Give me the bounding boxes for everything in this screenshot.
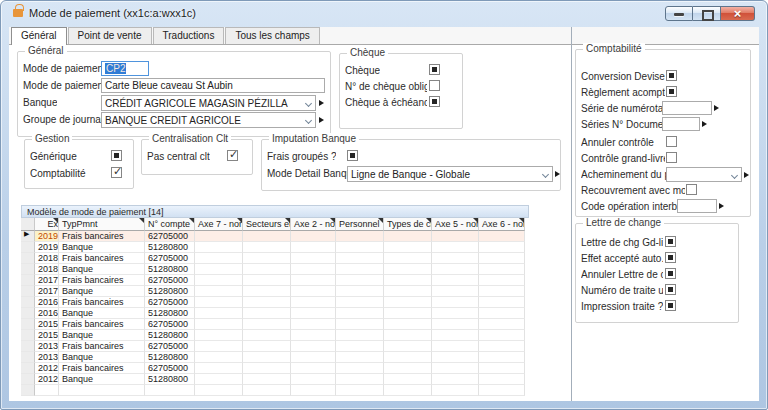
payment-code-input[interactable]: CP2 — [101, 61, 149, 76]
controle-grand-livre-checkbox[interactable] — [666, 152, 677, 163]
recouvrement-checkbox[interactable] — [686, 184, 697, 195]
row-marker[interactable] — [21, 319, 35, 330]
numero-traite-checkbox[interactable] — [665, 284, 676, 295]
table-row[interactable]: 2019Frais bancaires62705000 — [21, 231, 529, 242]
table-row[interactable] — [21, 385, 529, 396]
row-marker[interactable] — [21, 341, 35, 352]
conversion-devise-label: Conversion Devise — [581, 71, 665, 82]
maximize-button[interactable] — [693, 6, 721, 21]
row-marker[interactable] — [21, 297, 35, 308]
series-doc-goto-arrow-icon[interactable] — [702, 121, 707, 127]
table-cell — [291, 374, 336, 385]
row-marker[interactable] — [21, 253, 35, 264]
bank-goto-arrow-icon[interactable] — [319, 100, 324, 106]
acheminement-select[interactable] — [666, 167, 742, 182]
table-row[interactable]: 2015Banque51280800 — [21, 330, 529, 341]
annuler-controle-checkbox[interactable] — [666, 136, 677, 147]
chevron-down-icon — [731, 172, 738, 179]
table-cell: Banque — [59, 286, 145, 297]
close-button[interactable] — [721, 6, 755, 21]
column-header-axe6[interactable]: Axe 6 - non d — [479, 218, 525, 231]
column-header-axe7[interactable]: Axe 7 - non d — [195, 218, 243, 231]
effet-accepte-checkbox[interactable] — [665, 252, 676, 263]
series-document-label: Séries N° Document — [581, 119, 665, 130]
row-marker[interactable] — [21, 385, 35, 396]
tab-general[interactable]: Général — [11, 27, 67, 45]
serie-goto-arrow-icon[interactable] — [714, 105, 719, 111]
comptabilite-checkbox[interactable] — [111, 167, 122, 178]
tab-tous-les-champs[interactable]: Tous les champs — [225, 27, 319, 44]
table-cell — [336, 231, 384, 242]
group-imputation-caption: Imputation Banque — [269, 133, 359, 144]
column-header-axe2[interactable]: Axe 2 - non d — [291, 218, 336, 231]
frais-groupes-checkbox[interactable] — [347, 150, 358, 161]
tab-traductions[interactable]: Traductions — [153, 27, 225, 44]
lettre-gd-livre-checkbox[interactable] — [665, 236, 676, 247]
annuler-lettre-checkbox[interactable] — [665, 268, 676, 279]
row-marker[interactable] — [21, 231, 35, 242]
table-cell — [432, 231, 479, 242]
table-row[interactable]: 2016Frais bancaires62705000 — [21, 297, 529, 308]
mode-detail-goto-arrow-icon[interactable] — [555, 171, 560, 177]
minimize-button[interactable] — [665, 6, 693, 21]
row-marker[interactable] — [21, 308, 35, 319]
row-marker[interactable] — [21, 352, 35, 363]
row-marker[interactable] — [21, 242, 35, 253]
row-marker[interactable] — [21, 330, 35, 341]
cheque-echeance-checkbox[interactable] — [429, 96, 440, 107]
table-row[interactable]: 2015Frais bancaires62705000 — [21, 319, 529, 330]
conversion-devise-checkbox[interactable] — [666, 70, 677, 81]
table-row[interactable]: 2016Banque51280800 — [21, 308, 529, 319]
acheminement-goto-arrow-icon[interactable] — [744, 172, 749, 178]
table-cell — [432, 385, 479, 396]
row-marker[interactable] — [21, 286, 35, 297]
column-header-typpmnt[interactable]: TypPmnt — [59, 218, 145, 231]
table-row[interactable]: 2013Banque51280800 — [21, 352, 529, 363]
column-header-secteurs[interactable]: Secteurs et s — [243, 218, 291, 231]
row-marker[interactable] — [21, 264, 35, 275]
bank-select[interactable]: CRÉDIT AGRICOLE MAGASIN PÉZILLA — [101, 95, 316, 111]
column-header-types[interactable]: Types de cha — [384, 218, 432, 231]
impression-traite-checkbox[interactable] — [665, 300, 676, 311]
column-header-ex[interactable]: Ex — [35, 218, 59, 231]
row-marker[interactable] — [21, 363, 35, 374]
column-header-axe5[interactable]: Axe 5 - non d — [432, 218, 479, 231]
table-row[interactable]: 2018Frais bancaires62705000 — [21, 253, 529, 264]
table-row[interactable]: 2019Banque51280800 — [21, 242, 529, 253]
row-marker[interactable] — [21, 374, 35, 385]
table-cell — [336, 319, 384, 330]
table-row[interactable]: 2017Frais bancaires62705000 — [21, 275, 529, 286]
table-cell — [195, 385, 243, 396]
generique-checkbox[interactable] — [111, 150, 122, 161]
journal-goto-arrow-icon[interactable] — [319, 117, 324, 123]
table-row[interactable]: 2017Banque51280800 — [21, 286, 529, 297]
column-header-personnel[interactable]: Personnel — [336, 218, 384, 231]
code-operation-goto-arrow-icon[interactable] — [719, 203, 724, 209]
row-marker[interactable] — [21, 275, 35, 286]
column-header-compte[interactable]: N° compte — [145, 218, 195, 231]
table-row[interactable]: 2012Banque51280800 — [21, 374, 529, 385]
cheque-checkbox[interactable] — [429, 64, 440, 75]
journal-group-select[interactable]: BANQUE CREDIT AGRICOLE — [101, 112, 316, 128]
table-row[interactable]: 2018Banque51280800 — [21, 264, 529, 275]
table-cell — [291, 352, 336, 363]
title-bar[interactable]: Mode de paiement (xx1c:a:wxx1c) — [1, 1, 768, 27]
table-cell — [479, 319, 525, 330]
table-cell — [59, 385, 145, 396]
payment-name-input[interactable]: Carte Bleue caveau St Aubin — [101, 78, 325, 93]
cheque-number-required-checkbox[interactable] — [429, 80, 440, 91]
table-row[interactable]: 2012Frais bancaires62705000 — [21, 363, 529, 374]
code-operation-label: Code opération interbanc — [581, 201, 677, 212]
table-cell — [291, 242, 336, 253]
pas-central-clt-checkbox[interactable] — [227, 150, 238, 161]
series-document-input[interactable] — [662, 117, 700, 131]
table-row[interactable]: 2013Frais bancaires62705000 — [21, 341, 529, 352]
table-cell — [243, 385, 291, 396]
serie-numerotation-input[interactable] — [662, 101, 712, 115]
table-cell — [384, 341, 432, 352]
window-title: Mode de paiement (xx1c:a:wxx1c) — [29, 7, 196, 19]
code-operation-input[interactable] — [677, 199, 717, 213]
reglement-acompte-checkbox[interactable] — [666, 86, 677, 97]
mode-detail-banque-select[interactable]: Ligne de Banque - Globale — [347, 166, 553, 182]
tab-point-de-vente[interactable]: Point de vente — [68, 27, 152, 44]
